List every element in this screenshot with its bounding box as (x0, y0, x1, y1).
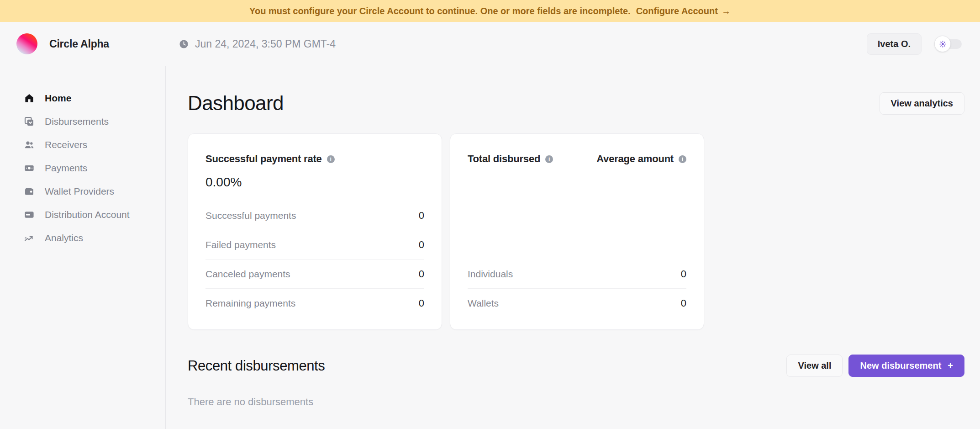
page-title: Dashboard (188, 92, 284, 115)
app-header: Circle Alpha Jun 24, 2024, 3:50 PM GMT-4… (0, 22, 980, 66)
new-disbursement-button[interactable]: New disbursement + (848, 355, 964, 377)
stat-value: 0 (681, 297, 686, 309)
total-disbursed-header: Total disbursed i (468, 153, 553, 165)
configure-account-link[interactable]: Configure Account → (636, 6, 731, 16)
stat-value: 0 (419, 297, 424, 309)
card-icon (24, 209, 35, 220)
payment-rate-card: Successful payment rate i 0.00% Successf… (188, 133, 442, 330)
sidebar-item-label: Disbursements (45, 116, 109, 127)
sidebar-item-payments[interactable]: Payments (0, 156, 165, 180)
recent-actions: View all New disbursement + (786, 355, 964, 377)
stat-label: Successful payments (205, 210, 296, 221)
receivers-icon (24, 139, 35, 150)
view-analytics-button[interactable]: View analytics (880, 92, 964, 115)
sidebar-item-label: Home (45, 93, 71, 104)
sidebar-item-label: Analytics (45, 233, 83, 244)
header-right: Iveta O. (867, 33, 963, 55)
sun-icon (939, 40, 947, 48)
new-disbursement-label: New disbursement (860, 360, 941, 371)
datetime-text: Jun 24, 2024, 3:50 PM GMT-4 (195, 38, 336, 50)
main-content: Dashboard View analytics Successful paym… (166, 66, 980, 429)
info-icon[interactable]: i (327, 155, 335, 163)
average-amount-header: Average amount i (596, 153, 686, 165)
stat-row-failed-payments: Failed payments 0 (205, 230, 424, 260)
stat-row-wallets: Wallets 0 (468, 289, 686, 318)
sidebar-item-analytics[interactable]: Analytics (0, 226, 165, 249)
payment-rate-rows: Successful payments 0 Failed payments 0 … (205, 201, 424, 318)
sidebar-item-wallet-providers[interactable]: Wallet Providers (0, 180, 165, 203)
user-menu-button[interactable]: Iveta O. (867, 33, 922, 55)
datetime-display: Jun 24, 2024, 3:50 PM GMT-4 (179, 38, 336, 50)
plus-icon: + (948, 360, 953, 371)
toggle-knob (934, 36, 951, 52)
payment-rate-value: 0.00% (205, 175, 424, 190)
sidebar-item-label: Wallet Providers (45, 186, 114, 197)
app-body: Home Disbursements Receivers Payments (0, 66, 980, 429)
stat-row-individuals: Individuals 0 (468, 260, 686, 289)
stat-value: 0 (419, 239, 424, 251)
stat-label: Canceled payments (205, 269, 290, 280)
stats-cards-row: Successful payment rate i 0.00% Successf… (188, 133, 964, 330)
sidebar-item-receivers[interactable]: Receivers (0, 133, 165, 156)
home-icon (24, 93, 35, 104)
arrow-right-icon: → (722, 6, 731, 16)
configure-account-label: Configure Account (636, 6, 718, 16)
sidebar-item-disbursements[interactable]: Disbursements (0, 110, 165, 133)
disbursements-icon (24, 116, 35, 127)
average-amount-title: Average amount (596, 153, 674, 165)
view-all-button[interactable]: View all (786, 355, 843, 377)
sidebar-item-distribution-account[interactable]: Distribution Account (0, 203, 165, 226)
clock-icon (179, 39, 189, 49)
brand-logo (16, 33, 37, 54)
stat-value: 0 (419, 210, 424, 222)
stat-label: Individuals (468, 269, 513, 280)
info-icon[interactable]: i (545, 155, 553, 163)
info-icon[interactable]: i (679, 155, 686, 163)
sidebar: Home Disbursements Receivers Payments (0, 66, 166, 429)
stat-label: Remaining payments (205, 298, 295, 309)
stat-row-canceled-payments: Canceled payments 0 (205, 260, 424, 289)
brand-name: Circle Alpha (49, 38, 109, 50)
stat-label: Wallets (468, 298, 499, 309)
disbursed-card: Total disbursed i Average amount i Indiv… (450, 133, 704, 330)
stat-row-remaining-payments: Remaining payments 0 (205, 289, 424, 318)
disbursed-header: Total disbursed i Average amount i (468, 153, 686, 165)
sidebar-item-label: Payments (45, 163, 87, 174)
stat-label: Failed payments (205, 239, 276, 250)
payment-rate-title: Successful payment rate (205, 153, 322, 165)
wallet-icon (24, 186, 35, 197)
theme-toggle[interactable] (934, 36, 963, 52)
stat-value: 0 (681, 268, 686, 280)
title-row: Dashboard View analytics (188, 92, 964, 115)
total-disbursed-title: Total disbursed (468, 153, 540, 165)
account-warning-banner: You must configure your Circle Account t… (0, 0, 980, 22)
app-root: You must configure your Circle Account t… (0, 0, 980, 429)
payment-rate-header: Successful payment rate i (205, 153, 424, 165)
analytics-icon (24, 233, 35, 244)
stat-row-successful-payments: Successful payments 0 (205, 201, 424, 230)
sidebar-item-label: Distribution Account (45, 209, 130, 220)
banner-message: You must configure your Circle Account t… (249, 6, 631, 16)
recent-disbursements-title: Recent disbursements (188, 358, 325, 374)
disbursed-rows: Individuals 0 Wallets 0 (468, 260, 686, 318)
empty-disbursements-message: There are no disbursements (188, 396, 964, 408)
recent-disbursements-header: Recent disbursements View all New disbur… (188, 355, 964, 377)
sidebar-item-home[interactable]: Home (0, 86, 165, 110)
sidebar-item-label: Receivers (45, 139, 87, 150)
payments-icon (24, 163, 35, 174)
stat-value: 0 (419, 268, 424, 280)
